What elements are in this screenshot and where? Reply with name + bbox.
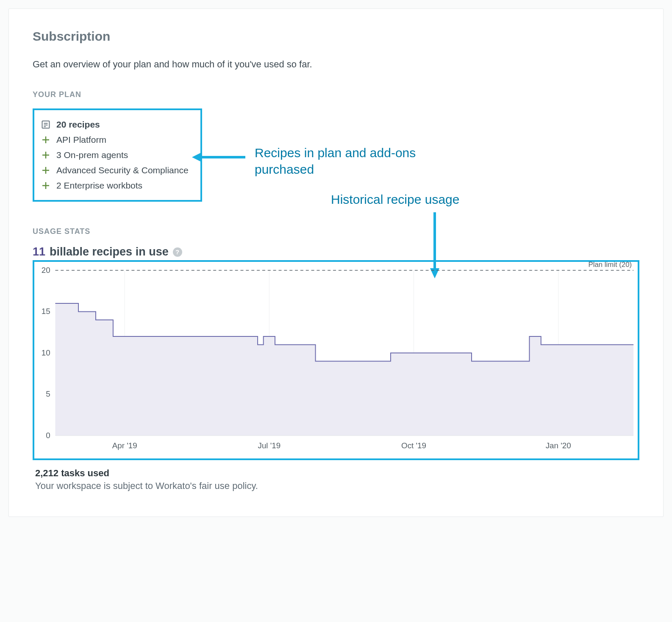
annotation-chart: Historical recipe usage	[331, 191, 509, 208]
usage-header: 11 billable recipes in use ?	[33, 245, 639, 258]
plan-item-label: API Platform	[56, 135, 106, 145]
plus-icon	[41, 135, 50, 144]
plan-item: Advanced Security & Compliance	[41, 163, 190, 178]
usage-count: 11	[33, 245, 45, 258]
fair-use-note: Your workspace is subject to Workato's f…	[35, 480, 639, 491]
annotation-plan-text: Recipes in plan and add-ons purchased	[255, 146, 416, 176]
document-icon	[41, 120, 50, 129]
plan-headline: 20 recipes	[41, 117, 190, 132]
plan-section-label: YOUR PLAN	[33, 90, 639, 99]
plan-item-label: Advanced Security & Compliance	[56, 165, 189, 175]
svg-text:Jul '19: Jul '19	[258, 441, 281, 450]
svg-text:10: 10	[42, 348, 50, 357]
usage-chart: Apr '19Jul '19Oct '19Jan '2005101520Plan…	[34, 262, 638, 457]
svg-marker-13	[192, 153, 201, 162]
plan-item-label: 3 On-prem agents	[56, 150, 128, 160]
annotation-plan: Recipes in plan and add-ons purchased	[255, 144, 433, 178]
plan-item: 2 Enterprise workbots	[41, 178, 190, 193]
arrow-left-icon	[191, 149, 246, 166]
plan-headline-text: 20 recipes	[56, 119, 100, 130]
subscription-panel: Subscription Get an overview of your pla…	[8, 8, 664, 517]
help-icon[interactable]: ?	[173, 247, 182, 257]
usage-count-label: billable recipes in use	[50, 245, 169, 258]
plan-item: API Platform	[41, 132, 190, 147]
plus-icon	[41, 150, 50, 160]
svg-text:Plan limit (20): Plan limit (20)	[588, 262, 632, 269]
svg-text:15: 15	[42, 307, 50, 316]
tasks-used: 2,212 tasks used	[35, 468, 639, 479]
annotation-chart-text: Historical recipe usage	[331, 192, 459, 206]
svg-text:5: 5	[46, 389, 50, 398]
plus-icon	[41, 181, 50, 190]
page-subtitle: Get an overview of your plan and how muc…	[33, 59, 639, 70]
usage-chart-box: Apr '19Jul '19Oct '19Jan '2005101520Plan…	[33, 260, 639, 460]
page-title: Subscription	[33, 29, 639, 44]
svg-text:Oct '19: Oct '19	[401, 441, 426, 450]
plan-item: 3 On-prem agents	[41, 147, 190, 163]
svg-text:Apr '19: Apr '19	[112, 441, 137, 450]
svg-text:Jan '20: Jan '20	[546, 441, 571, 450]
svg-text:0: 0	[46, 431, 50, 440]
plan-box: 20 recipes API Platform 3 On-prem agents…	[33, 108, 202, 202]
plus-icon	[41, 166, 50, 175]
usage-section-label: USAGE STATS	[33, 227, 639, 236]
plan-item-label: 2 Enterprise workbots	[56, 180, 142, 191]
svg-text:20: 20	[42, 266, 50, 275]
